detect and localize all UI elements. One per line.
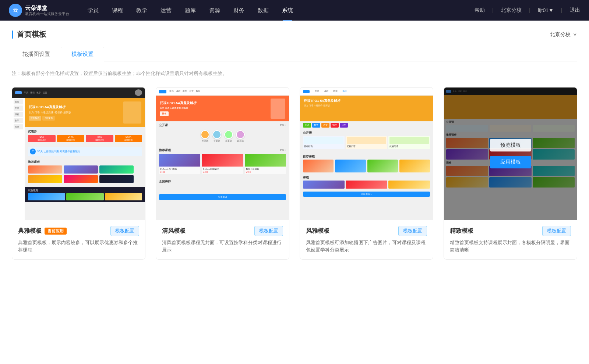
nav-item-finance[interactable]: 财务 (227, 0, 251, 21)
template-desc-3: 风雅首页模板可添加轮播图下广告图片，可对课程及课程包设置学科分类展示 (306, 239, 427, 253)
template-preview-3: 学员 课程 教学 系统 托福TPO1-54真题及解析 听力 口语 ☆超低价·最新… (300, 88, 433, 220)
template-card-4[interactable]: 预览模板 应用模板 学员 课程 系统 公开课 (444, 87, 577, 260)
nav-item-student[interactable]: 学员 (81, 0, 105, 21)
template-footer-1: 典雅模板 当前应用 模板配置 典雅首页模板，展示内容较多，可以展示优惠券和多个推… (12, 220, 145, 259)
nav-item-operation[interactable]: 运营 (154, 0, 178, 21)
navbar: 云 云朵课堂 教育机构一站式服务云平台 学员 课程 教学 运营 题库 资源 财务… (0, 0, 589, 21)
template-name-4: 精致模板 (450, 227, 473, 235)
nav-item-system[interactable]: 系统 (275, 0, 300, 21)
branch-selector[interactable]: 北京分校 ∨ (550, 31, 577, 38)
page-header: 首页模板 北京分校 ∨ (12, 29, 577, 39)
template-desc-1: 典雅首页模板，展示内容较多，可以展示优惠券和多个推荐课程 (18, 239, 139, 253)
template-name-2: 清风模板 (162, 227, 186, 235)
help-link[interactable]: 帮助 (475, 7, 485, 14)
templates-grid: 学员 课程 教学 运营 首页 学员 课程 教学 (12, 87, 577, 260)
tab-carousel[interactable]: 轮播图设置 (12, 47, 61, 61)
navbar-right: 帮助 | 北京分校 | lijt01▼ | 退出 (475, 7, 580, 14)
template-preview-4: 预览模板 应用模板 学员 课程 系统 公开课 (444, 88, 577, 220)
template-footer-4: 精致模板 模板配置 精致首页模板支持课程展示封面，各模板分隔明显，界面简洁清晰 (444, 220, 577, 259)
page-container: 首页模板 北京分校 ∨ 轮播图设置 模板设置 注：模板有部分个性化样式设置，设置… (0, 21, 589, 364)
template-preview-1: 学员 课程 教学 运营 首页 学员 课程 教学 (12, 88, 145, 220)
page-title: 首页模板 (12, 29, 46, 39)
user-menu[interactable]: lijt01▼ (538, 7, 554, 13)
logout-link[interactable]: 退出 (570, 7, 580, 14)
tabs-container: 轮播图设置 模板设置 (12, 47, 577, 61)
nav-item-question[interactable]: 题库 (178, 0, 202, 21)
preview-button-4[interactable]: 预览模板 (490, 139, 531, 151)
template-card-1[interactable]: 学员 课程 教学 运营 首页 学员 课程 教学 (12, 87, 145, 260)
template-overlay-4: 预览模板 应用模板 (444, 88, 577, 220)
nav-item-data[interactable]: 数据 (251, 0, 275, 21)
template-desc-2: 清风首页模板课程无封面，可设置按学科分类对课程进行展示 (162, 239, 283, 253)
note-text: 注：模板有部分个性化样式设置，设置后仅当前模板生效；非个性化样式设置后只针对所有… (12, 70, 577, 77)
nav-item-course[interactable]: 课程 (105, 0, 130, 21)
logo-sub: 教育机构一站式服务云平台 (25, 11, 69, 16)
tab-template[interactable]: 模板设置 (61, 47, 104, 61)
template-footer-2: 清风模板 模板配置 清风首页模板课程无封面，可设置按学科分类对课程进行展示 (156, 220, 289, 259)
nav-menu: 学员 课程 教学 运营 题库 资源 财务 数据 系统 (81, 0, 475, 21)
template-preview-2: 学员 课程 教学 运营 数据 托福TPO1-54真题及解析 听力 口语 ☆送优质… (156, 88, 289, 220)
template-name-3: 风雅模板 (306, 227, 329, 235)
template-card-2[interactable]: 学员 课程 教学 运营 数据 托福TPO1-54真题及解析 听力 口语 ☆送优质… (156, 87, 289, 260)
logo-main: 云朵课堂 (25, 4, 69, 12)
template-name-1: 典雅模板 当前应用 (18, 227, 67, 235)
config-button-4[interactable]: 模板配置 (542, 226, 571, 236)
branch-link[interactable]: 北京分校 (501, 7, 522, 14)
nav-item-resource[interactable]: 资源 (202, 0, 227, 21)
apply-button-4[interactable]: 应用模板 (490, 156, 531, 168)
config-button-1[interactable]: 模板配置 (110, 226, 139, 236)
logo-icon: 云 (9, 4, 22, 17)
config-button-3[interactable]: 模板配置 (398, 226, 427, 236)
logo[interactable]: 云 云朵课堂 教育机构一站式服务云平台 (9, 4, 69, 17)
template-desc-4: 精致首页模板支持课程展示封面，各模板分隔明显，界面简洁清晰 (450, 239, 571, 253)
current-badge-1: 当前应用 (45, 228, 67, 235)
title-bar-decoration (12, 31, 13, 39)
chevron-down-icon: ∨ (573, 31, 577, 38)
nav-item-teaching[interactable]: 教学 (130, 0, 154, 21)
template-card-3[interactable]: 学员 课程 教学 系统 托福TPO1-54真题及解析 听力 口语 ☆超低价·最新… (300, 87, 433, 260)
config-button-2[interactable]: 模板配置 (254, 226, 283, 236)
template-footer-3: 风雅模板 模板配置 风雅首页模板可添加轮播图下广告图片，可对课程及课程包设置学科… (300, 220, 433, 259)
